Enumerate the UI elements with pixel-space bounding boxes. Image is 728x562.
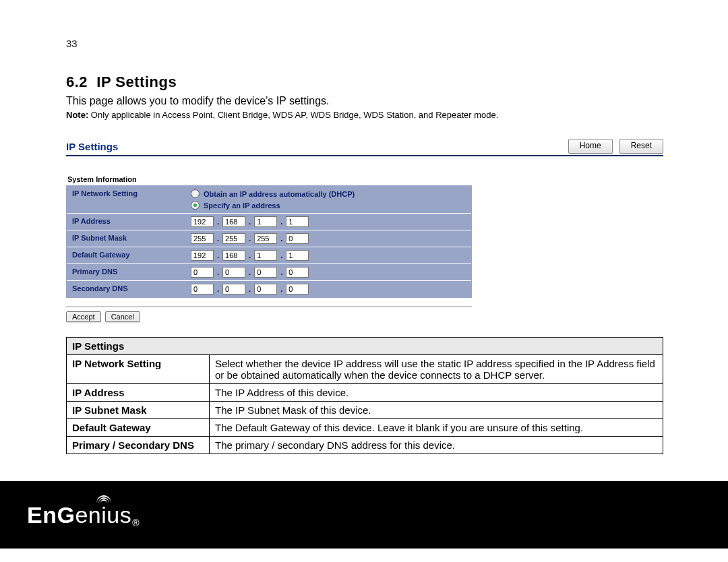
dot-separator: . [214,218,222,226]
row-ip-address: IP Address . . . [67,214,471,230]
table-row: Default Gateway The Default Gateway of t… [67,419,663,437]
ip-octet-input[interactable] [286,267,309,278]
ip-octet-input[interactable] [254,250,277,261]
table-row: IP Address The IP Address of this device… [67,384,663,402]
row-label: Primary DNS [67,264,185,280]
dot-separator: . [245,268,254,276]
page-footer: EnGeni us® [0,481,728,549]
description-table: IP Settings IP Network Setting Select wh… [66,337,663,454]
dot-separator: . [277,235,286,243]
ip-octet-input[interactable] [222,267,245,278]
radio-label: Specify an IP address [204,201,280,210]
dot-separator: . [245,235,254,243]
dot-separator: . [245,218,254,226]
section-number: 6.2 [66,73,88,90]
ip-octet-input[interactable] [254,284,277,294]
ip-settings-panel: IP Settings Home Reset System Informatio… [66,137,663,322]
ip-octet-input[interactable] [191,233,214,244]
row-subnet-mask: IP Subnet Mask . . . [67,230,471,247]
ip-octet-input[interactable] [254,233,277,244]
radio-static[interactable]: Specify an IP address [191,200,466,210]
row-value: . . . [185,230,471,247]
page-number: 33 [66,38,663,49]
brand-logo: EnGeni us® [27,502,140,528]
section-lead: This page allows you to modify the devic… [66,95,663,107]
dot-separator: . [214,251,222,259]
dot-separator: . [277,218,286,226]
ip-octet-input[interactable] [191,216,214,227]
radio-label: Obtain an IP address automatically (DHCP… [204,190,355,198]
radio-icon [191,189,200,198]
note-text: Only applicable in Access Point, Client … [88,110,498,120]
doc-val: The IP Address of this device. [210,384,663,402]
row-label: IP Subnet Mask [67,230,185,247]
table-row: IP Subnet Mask The IP Subnet Mask of thi… [67,402,663,419]
ip-octet-input[interactable] [222,284,245,294]
doc-key: IP Subnet Mask [67,402,210,419]
ip-octet-input[interactable] [286,233,309,244]
reset-button[interactable]: Reset [619,139,663,154]
doc-key: Primary / Secondary DNS [67,437,210,454]
radio-icon [191,201,200,210]
ip-octet-input[interactable] [222,233,245,244]
doc-val: Select whether the device IP address wil… [210,355,663,384]
section-note: Note: Only applicable in Access Point, C… [66,110,663,120]
table-row: IP Network Setting Select whether the de… [67,355,663,384]
ip-octet-input[interactable] [286,216,309,227]
section-heading: 6.2 IP Settings [66,73,663,91]
doc-key: Default Gateway [67,419,210,437]
radio-dhcp[interactable]: Obtain an IP address automatically (DHCP… [191,189,466,199]
row-value: Obtain an IP address automatically (DHCP… [185,186,471,213]
action-bar: Accept Cancel [66,306,472,322]
panel-buttons: Home Reset [568,139,663,154]
ip-octet-input[interactable] [254,216,277,227]
row-value: . . . [185,247,471,263]
ip-octet-input[interactable] [191,267,214,278]
home-button[interactable]: Home [568,139,613,154]
dot-separator: . [245,285,254,293]
row-label: Secondary DNS [67,281,185,297]
ip-octet-input[interactable] [222,216,245,227]
settings-grid: IP Network Setting Obtain an IP address … [66,185,472,298]
dot-separator: . [277,285,286,293]
dot-separator: . [214,235,222,243]
row-default-gateway: Default Gateway . . . [67,247,471,264]
doc-val: The IP Subnet Mask of this device. [210,402,663,419]
section-title-text: IP Settings [96,73,177,90]
dot-separator: . [277,251,286,259]
ip-octet-input[interactable] [191,284,214,294]
row-label: IP Network Setting [67,186,185,213]
panel-title: IP Settings [66,141,118,152]
dot-separator: . [277,268,286,276]
row-label: Default Gateway [67,247,185,263]
dot-separator: . [214,285,222,293]
cancel-button[interactable]: Cancel [105,311,140,322]
doc-val: The primary / secondary DNS address for … [210,437,663,454]
doc-val: The Default Gateway of this device. Leav… [210,419,663,437]
ip-octet-input[interactable] [286,250,309,261]
note-label: Note: [66,110,88,120]
panel-header: IP Settings Home Reset [66,137,663,156]
row-secondary-dns: Secondary DNS . . . [67,281,471,297]
ip-octet-input[interactable] [222,250,245,261]
doc-key: IP Network Setting [67,355,210,384]
row-ip-network-setting: IP Network Setting Obtain an IP address … [67,186,471,214]
table-row: Primary / Secondary DNS The primary / se… [67,437,663,454]
ip-octet-input[interactable] [286,284,309,294]
row-value: . . . [185,214,471,230]
row-value: . . . [185,264,471,280]
dot-separator: . [214,268,222,276]
system-information-label: System Information [67,175,663,183]
doc-key: IP Address [67,384,210,402]
doc-table-header: IP Settings [67,338,663,355]
dot-separator: . [245,251,254,259]
row-label: IP Address [67,214,185,230]
ip-octet-input[interactable] [254,267,277,278]
row-primary-dns: Primary DNS . . . [67,264,471,281]
row-value: . . . [185,281,471,297]
ip-octet-input[interactable] [191,250,214,261]
accept-button[interactable]: Accept [66,311,101,322]
